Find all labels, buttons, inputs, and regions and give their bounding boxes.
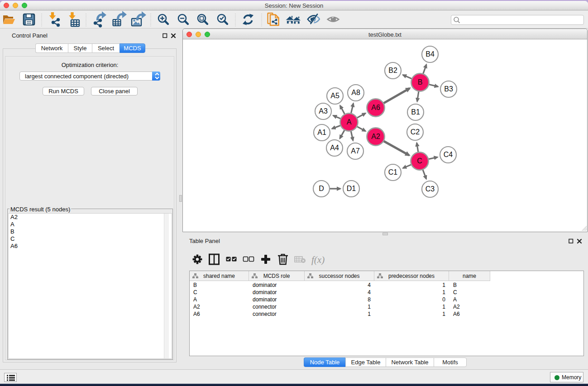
svg-text:A2: A2 xyxy=(371,133,380,140)
svg-text:f(x): f(x) xyxy=(311,254,325,265)
svg-text:B1: B1 xyxy=(411,108,420,116)
svg-text:A6: A6 xyxy=(371,104,380,111)
svg-text:A3: A3 xyxy=(319,107,328,115)
svg-text:B3: B3 xyxy=(444,85,453,93)
svg-text:C1: C1 xyxy=(388,168,398,176)
svg-text:A4: A4 xyxy=(330,144,339,152)
svg-text:D: D xyxy=(319,185,324,192)
svg-text:C4: C4 xyxy=(444,151,453,158)
svg-text:B2: B2 xyxy=(388,67,397,74)
svg-text:B4: B4 xyxy=(425,50,435,58)
svg-text:A5: A5 xyxy=(330,92,339,100)
svg-text:C3: C3 xyxy=(425,185,435,193)
svg-text:A: A xyxy=(347,118,352,126)
svg-text:A7: A7 xyxy=(351,147,360,155)
svg-text:C: C xyxy=(417,157,422,165)
svg-text:A1: A1 xyxy=(317,129,326,136)
svg-text:C2: C2 xyxy=(411,128,420,136)
svg-text:D1: D1 xyxy=(347,185,356,192)
svg-text:A8: A8 xyxy=(351,89,360,96)
svg-text:B: B xyxy=(418,78,423,86)
